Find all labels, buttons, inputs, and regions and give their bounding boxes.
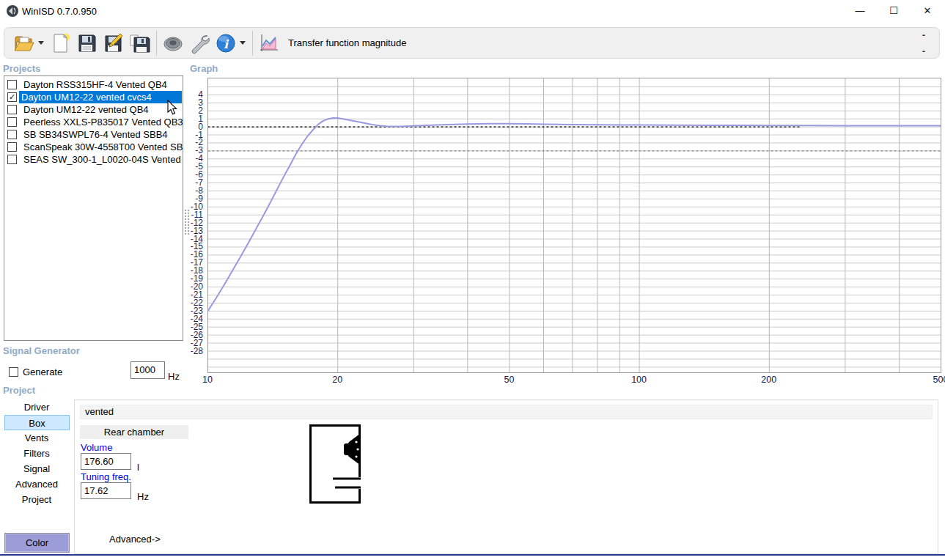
transfer-function-curve <box>208 118 941 311</box>
project-list-item[interactable]: SB SB34SWPL76-4 Vented SBB4 <box>4 128 183 141</box>
advanced-link[interactable]: Advanced-> <box>109 534 161 545</box>
projects-section-header: Projects <box>3 63 40 74</box>
title-bar: WinISD 0.7.0.950 — ☐ ✕ <box>0 0 945 22</box>
project-list-item[interactable]: SEAS SW_300-1_L0020-04S Vented C4 SC4 <box>4 153 183 166</box>
bottom-panel-edge <box>0 554 945 556</box>
y-axis-labels: 43210-1-2-3-4-5-6-7-8-9-10-11-12-13-14-1… <box>180 78 205 373</box>
project-checkbox[interactable] <box>7 130 17 139</box>
project-label: Dayton UM12-22 vented cvcs4 <box>19 91 182 103</box>
project-label: ScanSpeak 30W-4558T00 Vented SBB <box>21 141 183 153</box>
project-list-item[interactable]: Dayton RSS315HF-4 Vented QB4 <box>4 78 183 91</box>
projects-list[interactable]: Dayton RSS315HF-4 Vented QB4✓Dayton UM12… <box>4 75 183 341</box>
toolbar: i Transfer function magnitude - - <box>4 27 940 59</box>
floppy-pencil-icon <box>102 32 125 55</box>
speaker-driver-icon <box>161 32 185 55</box>
maximize-button[interactable]: ☐ <box>877 0 911 22</box>
project-checkbox[interactable] <box>7 80 17 89</box>
wrench-icon <box>188 32 211 55</box>
info-icon: i <box>214 32 238 55</box>
panel-collapse-mark-bottom[interactable]: - <box>919 45 929 56</box>
x-tick-label: 50 <box>496 375 521 385</box>
box-cross-section-diagram <box>309 424 364 504</box>
toolbar-separator <box>156 31 157 56</box>
panel-collapse-mark-top[interactable]: - <box>919 29 929 40</box>
project-section-header: Project <box>3 385 35 396</box>
project-checkbox[interactable]: ✓ <box>7 92 17 102</box>
x-tick-label: 500 <box>928 375 945 385</box>
project-list-item[interactable]: Peerless XXLS-P835017 Vented QB3 <box>4 116 183 128</box>
edit-save-button[interactable] <box>100 30 127 56</box>
tab-project[interactable]: Project <box>0 492 73 507</box>
project-checkbox[interactable] <box>7 105 17 114</box>
save-as-button[interactable] <box>127 30 153 56</box>
x-tick-label: 100 <box>627 375 652 385</box>
options-button[interactable] <box>186 30 213 56</box>
plot-type-button[interactable] <box>256 30 282 56</box>
project-label: Dayton UM12-22 vented QB4 <box>21 103 151 116</box>
tuning-freq-unit: Hz <box>137 491 149 502</box>
transfer-function-plot[interactable] <box>207 78 941 373</box>
project-list-item[interactable]: Dayton UM12-22 vented QB4 <box>4 103 183 116</box>
graph-section-header: Graph <box>190 63 218 74</box>
save-as-floppy-icon <box>128 32 152 55</box>
project-label: SEAS SW_300-1_L0020-04S Vented C4 SC4 <box>21 153 183 166</box>
generator-frequency-unit: Hz <box>168 371 180 382</box>
volume-label[interactable]: Volume <box>81 442 112 453</box>
project-checkbox[interactable] <box>7 155 17 164</box>
plot-type-label: Transfer function magnitude <box>288 37 406 48</box>
tab-filters[interactable]: Filters <box>0 446 73 461</box>
info-button[interactable]: i <box>213 30 239 56</box>
new-document-icon <box>49 32 73 55</box>
x-tick-label: 200 <box>757 375 782 385</box>
rear-chamber-tab[interactable]: Rear chamber <box>80 425 188 439</box>
project-label: Peerless XXLS-P835017 Vented QB3 <box>21 116 183 128</box>
x-tick-label: 10 <box>195 375 220 385</box>
winisd-window: WinISD 0.7.0.950 — ☐ ✕ <box>0 0 945 560</box>
info-dropdown-arrow[interactable] <box>240 41 246 45</box>
open-folder-icon <box>12 32 36 55</box>
signal-generator-section-header: Signal Generator <box>3 345 80 356</box>
open-project-button[interactable] <box>11 30 37 56</box>
y-tick-label: -28 <box>181 346 203 356</box>
generator-frequency-input[interactable]: 1000 <box>130 361 165 379</box>
window-title: WinISD 0.7.0.950 <box>22 6 97 17</box>
project-checkbox[interactable] <box>7 117 17 127</box>
save-button[interactable] <box>74 30 100 56</box>
project-label: SB SB34SWPL76-4 Vented SBB4 <box>21 128 170 141</box>
chart-canvas <box>207 78 941 373</box>
tuning-freq-label[interactable]: Tuning freq. <box>81 471 131 482</box>
generate-checkbox[interactable] <box>9 367 18 377</box>
tab-vents[interactable]: Vents <box>0 430 73 446</box>
mouse-cursor <box>167 100 179 116</box>
project-checkbox[interactable] <box>7 142 17 152</box>
toolbar-separator <box>252 31 253 56</box>
box-parameters-panel: vented Rear chamber Volume 176.60 l Tuni… <box>74 399 938 554</box>
generate-label: Generate <box>23 366 62 377</box>
plot-type-chart-icon <box>258 32 280 54</box>
tab-box[interactable]: Box <box>4 415 70 430</box>
minimize-button[interactable]: — <box>843 0 877 22</box>
driver-database-button[interactable] <box>160 30 186 56</box>
tab-advanced[interactable]: Advanced <box>0 476 73 492</box>
tuning-freq-input[interactable]: 17.62 <box>81 482 131 499</box>
new-project-button[interactable] <box>48 30 74 56</box>
x-axis-labels: 102050100200500 <box>207 375 941 386</box>
close-button[interactable]: ✕ <box>911 0 944 22</box>
box-type-bar: vented <box>80 405 933 419</box>
project-label: Dayton RSS315HF-4 Vented QB4 <box>21 78 169 91</box>
project-list-item[interactable]: ScanSpeak 30W-4558T00 Vented SBB <box>4 141 183 153</box>
open-dropdown-arrow[interactable] <box>38 41 44 45</box>
save-floppy-icon <box>76 32 99 55</box>
app-speaker-icon <box>6 4 19 18</box>
tab-driver[interactable]: Driver <box>0 399 73 415</box>
tab-signal[interactable]: Signal <box>0 461 73 476</box>
color-button[interactable]: Color <box>4 533 70 553</box>
volume-input[interactable]: 176.60 <box>81 453 131 470</box>
x-tick-label: 20 <box>325 375 350 385</box>
project-list-item[interactable]: ✓Dayton UM12-22 vented cvcs4 <box>4 91 183 103</box>
project-tab-list: DriverBoxVentsFiltersSignalAdvancedProje… <box>0 399 73 507</box>
volume-unit: l <box>137 462 139 473</box>
